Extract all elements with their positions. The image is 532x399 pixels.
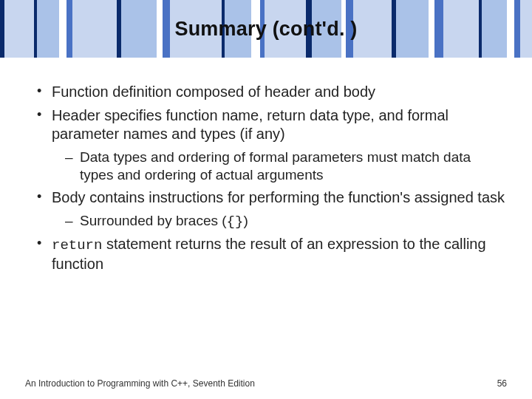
bullet-3: Body contains instructions for performin… — [41, 188, 507, 231]
bullet-1: Function definition composed of header a… — [41, 83, 507, 102]
footer-book-title: An Introduction to Programming with C++,… — [25, 378, 255, 389]
bullet-1-text: Function definition composed of header a… — [52, 83, 375, 100]
footer-page-number: 56 — [497, 378, 507, 389]
bullet-2-text: Header specifies function name, return d… — [52, 107, 449, 143]
braces-code: {} — [227, 214, 244, 230]
bullet-2-sublist: Data types and ordering of formal parame… — [52, 149, 507, 185]
return-code: return — [52, 237, 102, 253]
bullet-3-sublist: Surrounded by braces ({}) — [52, 212, 507, 231]
bullet-2: Header specifies function name, return d… — [41, 106, 507, 185]
bullet-2-sub-1-text: Data types and ordering of formal parame… — [80, 149, 471, 183]
bullet-4: return statement returns the result of a… — [41, 235, 507, 273]
slide-content: Function definition composed of header a… — [0, 58, 532, 273]
bullet-2-sub-1: Data types and ordering of formal parame… — [69, 149, 507, 185]
slide-title: Summary (cont'd. ) — [174, 18, 357, 41]
slide-footer: An Introduction to Programming with C++,… — [25, 378, 507, 389]
bullet-3-text: Body contains instructions for performin… — [52, 189, 505, 205]
bullet-3-sub-1: Surrounded by braces ({}) — [69, 212, 507, 231]
bullet-4-rest: statement returns the result of an expre… — [52, 236, 486, 271]
title-banner: Summary (cont'd. ) — [0, 0, 532, 58]
bullet-list: Function definition composed of header a… — [25, 83, 507, 273]
bullet-3-sub-1-post: ) — [243, 213, 248, 228]
bullet-3-sub-1-pre: Surrounded by braces ( — [80, 213, 227, 228]
